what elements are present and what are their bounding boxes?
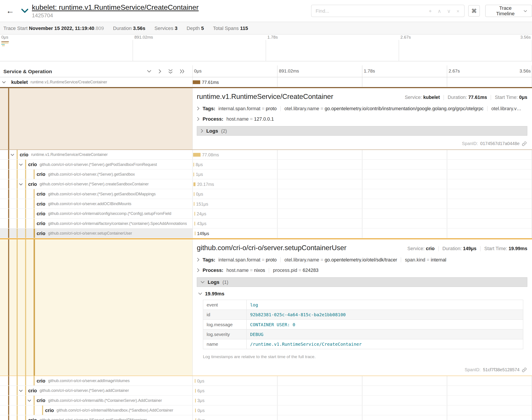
- collapse-trace-header-icon[interactable]: [21, 8, 29, 13]
- span-expand-toggle[interactable]: [19, 386, 25, 395]
- span-row[interactable]: crio github.com/cri-o/cri-o/server.(*Ser…: [0, 169, 532, 179]
- span-expand-toggle[interactable]: [28, 396, 34, 405]
- span-row[interactable]: kubelet runtime.v1.RuntimeService/Create…: [0, 77, 532, 87]
- span-duration-bar[interactable]: [194, 202, 194, 206]
- trace-minimap[interactable]: 0μs 891.02ms 1.78s 2.67s 3.56s: [0, 35, 532, 61]
- span-duration-bar[interactable]: [193, 173, 194, 176]
- span-duration-bar[interactable]: [195, 399, 196, 403]
- process-accordion[interactable]: Process: host.name = 127.0.0.1: [197, 116, 527, 121]
- span-duration-bar[interactable]: [193, 163, 194, 166]
- collapse-one-icon[interactable]: [158, 69, 161, 73]
- span-name-cell[interactable]: crio github.com/cri-o/cri-o/server.(*Ser…: [0, 189, 193, 199]
- span-timeline-cell[interactable]: 20.17ms: [193, 180, 532, 189]
- span-duration-bar[interactable]: [194, 222, 195, 225]
- span-timeline-cell[interactable]: 0μs: [193, 415, 532, 420]
- span-row[interactable]: crio github.com/cri-o/cri-o/internal/con…: [0, 209, 532, 219]
- span-row[interactable]: crio github.com/cri-o/cri-o/server.(*Ser…: [0, 160, 532, 169]
- span-name-cell[interactable]: kubelet runtime.v1.RuntimeService/Create…: [0, 77, 193, 87]
- span-duration-bar[interactable]: [194, 192, 194, 196]
- span-timeline-cell[interactable]: 0μs: [193, 376, 532, 386]
- span-timeline-cell[interactable]: 0μs: [193, 189, 532, 199]
- span-timeline-cell[interactable]: 6μs: [193, 386, 532, 395]
- expand-all-icon[interactable]: [168, 69, 173, 73]
- span-expand-toggle[interactable]: [10, 150, 17, 159]
- span-duration-bar[interactable]: [193, 182, 195, 186]
- span-name-cell[interactable]: crio github.com/cri-o/cri-o/server.(*Ser…: [0, 386, 193, 395]
- span-name-cell[interactable]: crio github.com/cri-o/cri-o/server.addIm…: [0, 376, 193, 386]
- span-name-cell[interactable]: crio github.com/cri-o/cri-o/server.(*Ser…: [0, 180, 193, 189]
- collapse-all-icon[interactable]: [180, 69, 184, 73]
- span-row[interactable]: crio github.com/cri-o/cri-o/server.(*Ser…: [0, 415, 532, 420]
- span-timeline-cell[interactable]: 1μs: [193, 169, 532, 179]
- span-name-cell[interactable]: crio github.com/cri-o/cri-o/internal/lib…: [0, 405, 193, 415]
- logs-accordion[interactable]: Logs (2): [197, 126, 527, 136]
- span-timeline-cell[interactable]: 151μs: [193, 199, 532, 209]
- next-match-icon[interactable]: ∨: [447, 8, 451, 13]
- divider: [401, 257, 401, 262]
- process-accordion[interactable]: Process: host.name = nixosprocess.pid = …: [197, 268, 527, 273]
- indent-guide: [25, 169, 26, 179]
- keyboard-shortcuts-button[interactable]: ⌘: [468, 5, 480, 17]
- trace-title-link[interactable]: kubelet: runtime.v1.RuntimeService/Creat…: [32, 3, 199, 12]
- span-row[interactable]: crio runtime.v1.RuntimeService/CreateCon…: [0, 150, 532, 160]
- logs-accordion[interactable]: Logs (1): [197, 277, 527, 287]
- find-input[interactable]: [312, 8, 424, 14]
- previous-match-icon[interactable]: ∧: [438, 8, 441, 13]
- tags-accordion[interactable]: Tags: internal.span.format = protootel.l…: [197, 257, 527, 262]
- span-expand-toggle[interactable]: [19, 160, 25, 169]
- span-expand-toggle[interactable]: [2, 77, 8, 87]
- span-name-cell[interactable]: crio runtime.v1.RuntimeService/CreateCon…: [0, 150, 193, 159]
- span-row[interactable]: crio github.com/cri-o/cri-o/server.(*Ser…: [0, 189, 532, 199]
- timeline-header-ticks: 0μs 891.02ms 1.78s 2.67s 3.56s: [193, 65, 532, 77]
- span-timeline-cell[interactable]: 77.61ms: [193, 77, 532, 87]
- span-duration-bar[interactable]: [193, 153, 200, 157]
- span-duration-bar[interactable]: [195, 379, 196, 383]
- back-icon[interactable]: ←: [4, 4, 16, 17]
- copy-link-icon[interactable]: [522, 141, 526, 146]
- span-duration-bar[interactable]: [195, 389, 196, 393]
- span-duration-bar[interactable]: [195, 419, 196, 420]
- span-row[interactable]: crio github.com/cri-o/cri-o/server.(*Ser…: [0, 386, 532, 396]
- span-name-cell[interactable]: crio github.com/cri-o/cri-o/internal/lib…: [0, 396, 193, 405]
- span-name-cell[interactable]: crio github.com/cri-o/cri-o/server.addOC…: [0, 199, 193, 209]
- span-service: crio: [28, 417, 37, 420]
- tags-accordion[interactable]: Tags: internal.span.format = protootel.l…: [197, 106, 527, 111]
- span-name-cell[interactable]: crio github.com/cri-o/cri-o/server.(*Ser…: [0, 169, 193, 179]
- span-timeline-cell[interactable]: 3μs: [193, 396, 532, 405]
- span-row[interactable]: crio github.com/cri-o/cri-o/server.addIm…: [0, 376, 532, 386]
- span-row[interactable]: crio github.com/cri-o/cri-o/internal/fac…: [0, 219, 532, 228]
- span-name-cell[interactable]: crio github.com/cri-o/cri-o/internal/con…: [0, 209, 193, 218]
- log-entry-toggle[interactable]: 19.99ms: [198, 291, 527, 296]
- span-duration-label: 0μs: [196, 189, 203, 199]
- timeline-tick: 2.67s: [449, 69, 460, 74]
- span-operation: github.com/cri-o/cri-o/internal/lib/sand…: [57, 408, 173, 412]
- span-row[interactable]: crio github.com/cri-o/cri-o/internal/lib…: [0, 396, 532, 405]
- span-timeline-cell[interactable]: 24μs: [193, 209, 532, 218]
- span-duration-bar[interactable]: [195, 231, 195, 235]
- span-name-cell[interactable]: crio github.com/cri-o/cri-o/server.(*Ser…: [0, 415, 193, 420]
- span-duration-bar[interactable]: [195, 408, 196, 412]
- expand-one-icon[interactable]: [147, 70, 151, 73]
- copy-link-icon[interactable]: [522, 367, 526, 372]
- trace-view-selector[interactable]: Trace Timeline: [485, 5, 532, 17]
- span-timeline-cell[interactable]: 149μs: [193, 228, 532, 238]
- span-name-cell[interactable]: crio github.com/cri-o/cri-o/internal/fac…: [0, 219, 193, 228]
- locate-match-icon[interactable]: ⌖: [429, 8, 432, 13]
- span-timeline-cell[interactable]: 77.08ms: [193, 150, 532, 159]
- indent-guide: [17, 199, 18, 209]
- span-timeline-cell[interactable]: 0μs: [193, 405, 532, 415]
- span-name-cell[interactable]: crio github.com/cri-o/cri-o/server.setup…: [0, 228, 193, 238]
- span-duration-bar[interactable]: [194, 212, 195, 216]
- span-row[interactable]: crio github.com/cri-o/cri-o/server.(*Ser…: [0, 180, 532, 189]
- indent-guide: [8, 228, 9, 238]
- span-duration-bar[interactable]: [193, 80, 200, 84]
- span-timeline-cell[interactable]: 43μs: [193, 219, 532, 228]
- span-row[interactable]: crio github.com/cri-o/cri-o/server.addOC…: [0, 199, 532, 209]
- clear-find-icon[interactable]: ×: [456, 8, 459, 13]
- span-row[interactable]: crio github.com/cri-o/cri-o/internal/lib…: [0, 405, 532, 415]
- minimap-canvas[interactable]: [0, 40, 532, 61]
- span-timeline-cell[interactable]: 8μs: [193, 160, 532, 169]
- span-row[interactable]: crio github.com/cri-o/cri-o/server.setup…: [0, 228, 532, 238]
- span-expand-toggle[interactable]: [19, 180, 25, 189]
- span-name-cell[interactable]: crio github.com/cri-o/cri-o/server.(*Ser…: [0, 160, 193, 169]
